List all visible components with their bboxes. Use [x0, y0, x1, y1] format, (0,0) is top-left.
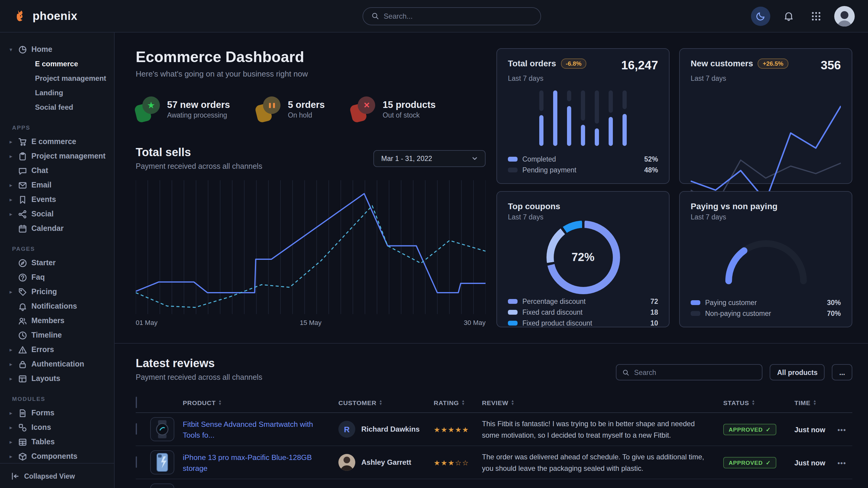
review-time: Just now — [795, 459, 825, 467]
sidebar-item-events[interactable]: ▸Events — [0, 192, 114, 207]
stat-sublabel: Awating processing — [167, 111, 230, 119]
top-coupons-donut-chart: 72% — [508, 221, 658, 294]
column-header-status[interactable]: STATUS ▲▼ — [723, 399, 795, 406]
pause-icon: ❚❚ — [257, 96, 281, 122]
sidebar-item-notifications[interactable]: Notifications — [0, 299, 114, 314]
sidebar-item-label: Home — [31, 45, 52, 54]
bell-icon — [783, 11, 794, 21]
product-thumbnail[interactable] — [150, 450, 174, 475]
legend-value: 48% — [644, 166, 658, 174]
sidebar-item-components[interactable]: ▸Components — [0, 449, 114, 463]
notifications-button[interactable] — [779, 6, 798, 26]
user-avatar[interactable] — [834, 6, 855, 26]
legend-label: Fixed card discount — [522, 308, 582, 316]
collapse-icon — [11, 472, 19, 480]
latest-reviews-section: Latest reviews Payment received across a… — [115, 343, 868, 488]
legend-label: Non-paying customer — [705, 310, 771, 317]
sort-icon: ▲▼ — [752, 399, 755, 405]
total-sells-x-axis: 01 May15 May30 May — [136, 319, 486, 326]
row-actions-button[interactable]: ••• — [838, 459, 846, 466]
total-sells-subtitle: Payment received across all channels — [136, 162, 262, 171]
theme-toggle-button[interactable] — [751, 6, 770, 26]
brand-logo[interactable]: phoenix — [0, 9, 115, 23]
column-header-time[interactable]: TIME ▲▼ — [795, 399, 829, 406]
apps-menu-button[interactable] — [806, 6, 826, 26]
x-axis-label: 01 May — [136, 319, 157, 326]
sidebar-section-apps: APPS — [0, 115, 114, 134]
select-all-checkbox[interactable] — [136, 396, 137, 408]
stat-value: 57 new orders — [167, 99, 230, 110]
sidebar-subitem-social-feed[interactable]: Social feed — [0, 100, 114, 115]
customer-name[interactable]: Richard Dawkins — [361, 425, 420, 433]
caret-icon: ▸ — [8, 439, 13, 445]
product-thumbnail[interactable] — [150, 484, 174, 488]
sidebar-item-project-management[interactable]: ▸Project management — [0, 149, 114, 163]
sidebar-item-faq[interactable]: Faq — [0, 270, 114, 285]
date-range-select[interactable]: Mar 1 - 31, 2022 — [373, 150, 486, 167]
row-checkbox[interactable] — [136, 423, 137, 435]
order-bar — [595, 90, 599, 146]
row-checkbox[interactable] — [136, 456, 137, 468]
phoenix-logo-icon — [13, 9, 28, 23]
paying-gauge-chart — [691, 221, 841, 295]
sidebar-item-members[interactable]: Members — [0, 314, 114, 328]
row-actions-button[interactable]: ••• — [838, 426, 846, 433]
sidebar-subitem-e-commerce[interactable]: E commerce — [0, 57, 114, 71]
column-header-product[interactable]: PRODUCT ▲▼ — [183, 399, 330, 406]
legend-value: 70% — [827, 310, 841, 317]
collapse-sidebar-button[interactable]: Collapsed View — [0, 463, 114, 488]
sidebar-item-pricing[interactable]: ▸Pricing — [0, 285, 114, 299]
reviews-table-header: PRODUCT ▲▼CUSTOMER ▲▼RATING ▲▼REVIEW ▲▼S… — [136, 392, 852, 413]
clock-icon — [18, 331, 27, 340]
sidebar-item-starter[interactable]: Starter — [0, 256, 114, 270]
sidebar-subitem-project-management[interactable]: Project management — [0, 71, 114, 86]
column-header-review[interactable]: REVIEW ▲▼ — [482, 399, 711, 406]
search-icon — [623, 369, 629, 376]
all-products-button[interactable]: All products — [770, 364, 825, 380]
caret-icon: ▸ — [8, 182, 13, 188]
sidebar-item-timeline[interactable]: Timeline — [0, 328, 114, 343]
customer-avatar: R — [338, 421, 355, 438]
order-bar — [567, 90, 571, 146]
table-icon — [18, 437, 27, 446]
product-link[interactable]: iPhone 13 pro max-Pacific Blue-128GB sto… — [183, 453, 312, 473]
column-header-customer[interactable]: CUSTOMER ▲▼ — [338, 399, 383, 406]
top-coupons-title: Top coupons — [508, 201, 560, 211]
sidebar-nav: ▾HomeE commerceProject managementLanding… — [0, 33, 114, 463]
product-link[interactable]: Fitbit Sense Advanced Smartwatch with To… — [183, 420, 313, 440]
sidebar-item-label: Pricing — [31, 288, 57, 296]
sidebar-item-email[interactable]: ▸Email — [0, 178, 114, 192]
status-badge: APPROVED ✓ — [723, 424, 776, 435]
sidebar-item-e-commerce[interactable]: ▸E commerce — [0, 134, 114, 149]
search-input[interactable] — [384, 12, 532, 20]
reviews-search-input[interactable] — [634, 369, 756, 376]
chevron-down-icon — [472, 155, 478, 161]
sidebar-item-errors[interactable]: ▸Errors — [0, 343, 114, 357]
stat-value: 15 products — [383, 99, 436, 110]
legend-label: Paying customer — [705, 299, 757, 306]
sidebar-item-calendar[interactable]: Calendar — [0, 221, 114, 236]
sidebar-item-home[interactable]: ▾Home — [0, 42, 114, 57]
sidebar-item-chat[interactable]: Chat — [0, 163, 114, 178]
sidebar-item-authentication[interactable]: ▸Authentication — [0, 357, 114, 371]
legend-percentage-discount: Percentage discount 72 — [508, 298, 658, 305]
sidebar: ▾HomeE commerceProject managementLanding… — [0, 33, 115, 488]
order-bar — [539, 90, 544, 146]
reviews-more-button[interactable]: ... — [832, 364, 852, 380]
sidebar-subitem-landing[interactable]: Landing — [0, 86, 114, 100]
sidebar-item-label: Faq — [31, 273, 44, 282]
sidebar-item-tables[interactable]: ▸Tables — [0, 435, 114, 449]
sidebar-item-layouts[interactable]: ▸Layouts — [0, 371, 114, 386]
sidebar-item-forms[interactable]: ▸Forms — [0, 406, 114, 420]
column-header-rating[interactable]: RATING ▲▼ — [434, 399, 482, 406]
global-search[interactable] — [363, 7, 541, 25]
sidebar-item-icons[interactable]: ▸Icons — [0, 420, 114, 435]
customer-name[interactable]: Ashley Garrett — [361, 458, 411, 466]
total-orders-legend: Completed 52% Pending payment 48% — [508, 152, 658, 174]
main-content: Ecommerce Dashboard Here's what's going … — [115, 33, 868, 488]
sort-icon: ▲▼ — [379, 399, 383, 405]
legend-paying-customer: Paying customer 30% — [691, 299, 841, 306]
sidebar-item-social[interactable]: ▸Social — [0, 207, 114, 221]
reviews-search[interactable] — [616, 364, 763, 380]
product-thumbnail[interactable] — [150, 417, 174, 441]
